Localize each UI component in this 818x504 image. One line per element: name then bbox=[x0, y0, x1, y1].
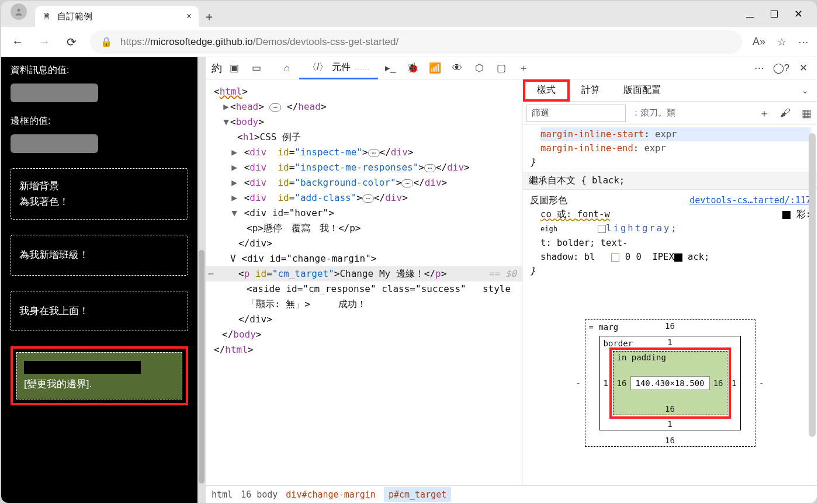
bm-border-top: 1 bbox=[667, 338, 672, 347]
page-scrollbar[interactable] bbox=[197, 57, 206, 503]
styles-inherited-header: 繼承自本文 { black; bbox=[523, 172, 817, 190]
url-field[interactable]: 🔒 https://microsoftedge.github.io/Demos/… bbox=[90, 30, 742, 54]
devtools-home-icon[interactable]: ⌂ bbox=[277, 60, 297, 77]
tab-title: 自訂範例 bbox=[57, 11, 92, 22]
paintbrush-icon[interactable]: 🖌 bbox=[775, 107, 796, 119]
rule2-selector: 反圖形色 bbox=[530, 195, 567, 206]
dom-hover-id: hover bbox=[294, 207, 323, 218]
styles-filter-input[interactable]: 篩選 bbox=[526, 105, 626, 122]
rule1-prop2: margin-inline-end bbox=[540, 143, 633, 154]
url-host: microsoftedge.github.io bbox=[150, 36, 253, 48]
swatch-black-icon[interactable] bbox=[782, 211, 791, 219]
inherited-label: 繼承自本文 bbox=[529, 175, 576, 186]
css-toggle-checkbox[interactable] bbox=[598, 225, 606, 233]
toggle-sidebar-icon[interactable]: ▦ bbox=[796, 107, 817, 120]
change-margin-text: [變更我的邊界]. bbox=[24, 378, 92, 390]
devtools-device-icon[interactable]: ▭ bbox=[247, 60, 266, 77]
layout-tab[interactable]: 版面配置 bbox=[612, 79, 673, 102]
devtools-memory-icon[interactable]: ⬡ bbox=[469, 60, 489, 77]
swatch-light-icon[interactable] bbox=[611, 253, 619, 262]
styles-cls-hint[interactable]: ：滾刀。類 bbox=[632, 107, 675, 119]
swatch-black2-icon bbox=[674, 253, 682, 262]
devtools-app-icon[interactable]: ▢ bbox=[491, 60, 511, 77]
breadcrumb-body[interactable]: 16 body bbox=[241, 489, 278, 500]
bm-padding-left: 16 bbox=[617, 378, 627, 388]
read-aloud-icon[interactable]: A» bbox=[753, 36, 765, 48]
box-model-diagram[interactable]: = marg 16 16 - - border 1 1 1 1 bbox=[523, 280, 817, 485]
dom-selected-line[interactable]: ⋯ <p id="cm_target">Change My 邊緣！</p> ==… bbox=[206, 266, 522, 281]
add-background-box[interactable]: 新增背景 為我著色！ bbox=[11, 168, 188, 220]
computed-tab-label: 計算 bbox=[581, 84, 600, 96]
decl2a-name: co 或 bbox=[540, 209, 566, 220]
devtools-inspect-icon[interactable]: ▣ bbox=[224, 60, 244, 77]
add-class-box[interactable]: 為我新增班級！ bbox=[11, 235, 188, 275]
breadcrumb-html[interactable]: html bbox=[212, 489, 233, 500]
devtools-performance-icon[interactable]: 👁 bbox=[447, 60, 467, 77]
devtools-close-icon[interactable]: ✕ bbox=[793, 60, 813, 77]
styles-tab-label: 樣式 bbox=[537, 84, 556, 96]
devtools-more-icon[interactable]: ⋯ bbox=[749, 60, 769, 77]
svg-point-0 bbox=[17, 9, 20, 12]
devtools-welcome-tab[interactable]: 約 bbox=[212, 61, 222, 75]
change-margin-box[interactable]: [變更我的邊界]. bbox=[16, 352, 182, 399]
styles-more-icon[interactable]: ⌄ bbox=[793, 86, 817, 95]
rule2-source-link[interactable]: devtools-cs…tarted/:117 bbox=[689, 193, 811, 207]
devtools-scrollbar[interactable] bbox=[809, 133, 816, 437]
decl2d-r2: IPEX bbox=[652, 252, 674, 262]
border-value-input[interactable] bbox=[11, 134, 98, 153]
border-value-label: 邊框的值: bbox=[11, 115, 188, 127]
page-scrollbar-thumb[interactable] bbox=[199, 250, 204, 484]
bm-padding-right: 16 bbox=[713, 378, 723, 388]
add-class-text: 為我新增班級！ bbox=[19, 249, 89, 260]
dom-inspect-me-resp: inspect-me-responses bbox=[300, 162, 413, 173]
bm-margin-top: 16 bbox=[665, 321, 675, 331]
browser-tab[interactable]: 🗎 自訂範例 × bbox=[35, 6, 199, 27]
decl2d-mid: bl bbox=[584, 252, 595, 262]
devtools-help-icon[interactable]: ◯? bbox=[771, 60, 791, 77]
window-close-button[interactable]: ✕ bbox=[794, 8, 803, 20]
dom-tree[interactable]: <html> ▶<head> ⋯ </head> ▼<body> <h1>CSS… bbox=[206, 79, 523, 485]
window-minimize-button[interactable] bbox=[746, 8, 754, 20]
data-info-input[interactable] bbox=[11, 84, 98, 102]
hover-over-box[interactable]: 我身在我上面！ bbox=[11, 291, 188, 331]
elements-tab-placeholder: ...... bbox=[354, 62, 370, 72]
window-maximize-button[interactable] bbox=[771, 8, 778, 20]
new-style-rule-icon[interactable]: ＋ bbox=[754, 106, 775, 120]
favorite-icon[interactable]: ☆ bbox=[777, 36, 786, 48]
dom-dollar: == $0 bbox=[488, 266, 517, 281]
breadcrumb-div[interactable]: div#change-margin bbox=[286, 489, 376, 500]
devtools-elements-tab[interactable]: 〈/〉 元件...... bbox=[299, 57, 378, 79]
dom-breadcrumb[interactable]: html 16 body div#change-margin p#cm_targ… bbox=[206, 485, 817, 503]
window-controls: ✕ bbox=[746, 8, 813, 20]
url-bar-row: ← → ⟳ 🔒 https://microsoftedge.github.io/… bbox=[1, 27, 817, 57]
nav-reload-button[interactable]: ⟳ bbox=[63, 34, 79, 50]
decl2d-r3: ack; bbox=[688, 252, 709, 262]
tab-close-icon[interactable]: × bbox=[186, 11, 192, 22]
devtools-network-icon[interactable]: 📶 bbox=[425, 60, 445, 77]
devtools-add-panel-icon[interactable]: ＋ bbox=[514, 60, 533, 77]
add-background-line1: 新增背景 bbox=[19, 178, 179, 194]
elements-tab-label: 元件 bbox=[332, 61, 351, 74]
devtools-sources-icon[interactable]: 🐞 bbox=[403, 60, 422, 77]
bm-content-size: 140.430×18.500 bbox=[630, 376, 710, 390]
devtools-console-icon[interactable]: ▸_ bbox=[380, 60, 400, 77]
bm-margin-bottom: 16 bbox=[665, 436, 675, 445]
styles-rule-2[interactable]: 反圖形色 devtools-cs…tarted/:117 co 或: font-… bbox=[523, 190, 817, 280]
computed-tab[interactable]: 計算 bbox=[570, 79, 612, 102]
decl2b-pre: eigh bbox=[540, 225, 557, 233]
bm-border-bottom: 1 bbox=[667, 419, 672, 429]
breadcrumb-current[interactable]: p#cm_target bbox=[384, 487, 451, 502]
bm-margin-right: - bbox=[759, 378, 764, 388]
change-margin-inner bbox=[24, 361, 141, 374]
layout-tab-label: 版面配置 bbox=[623, 84, 661, 96]
nav-back-button[interactable]: ← bbox=[9, 34, 26, 50]
profile-avatar[interactable] bbox=[11, 4, 27, 20]
styles-rule-1[interactable]: margin-inline-start: expr margin-inline-… bbox=[523, 125, 817, 172]
styles-tab[interactable]: 樣式 bbox=[523, 79, 570, 102]
add-background-line2: 為我著色！ bbox=[19, 194, 179, 210]
nav-forward-button[interactable]: → bbox=[36, 34, 53, 50]
dom-bgcolor: background-color bbox=[300, 177, 390, 188]
more-menu-icon[interactable]: ⋯ bbox=[798, 36, 809, 48]
dom-cm-resp: cm_response bbox=[309, 283, 370, 294]
new-tab-button[interactable]: ＋ bbox=[199, 6, 220, 27]
